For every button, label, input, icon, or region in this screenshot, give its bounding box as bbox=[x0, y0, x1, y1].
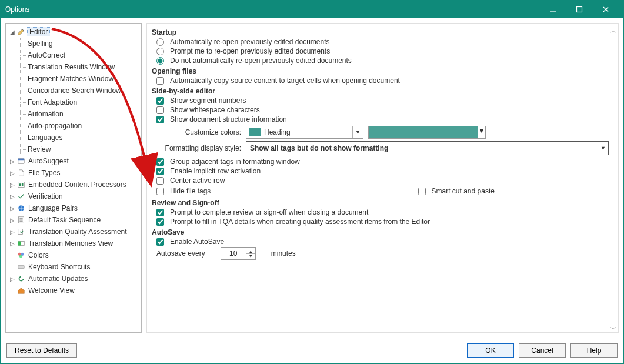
checkbox-show-doc-structure[interactable] bbox=[156, 116, 164, 123]
section-side-by-side: Side-by-side editor bbox=[152, 87, 609, 95]
checkbox-smart-cut-paste[interactable] bbox=[418, 188, 426, 195]
color-value-combo[interactable]: ▼ bbox=[368, 126, 486, 139]
tree-item-tm-view[interactable]: ▷ Translation Memories View bbox=[7, 238, 140, 249]
label[interactable]: Group adjacent tags in formatting window bbox=[170, 158, 300, 166]
autosave-spinner[interactable]: 10 ▲ ▼ bbox=[221, 247, 256, 260]
label[interactable]: Do not automatically re-open previously … bbox=[170, 56, 352, 65]
filetypes-icon bbox=[16, 168, 26, 178]
svg-rect-6 bbox=[18, 182, 25, 188]
customize-colors-combo[interactable]: Heading ▼ bbox=[246, 126, 363, 139]
section-opening-files: Opening files bbox=[152, 67, 609, 75]
tree-item-spelling[interactable]: Spelling bbox=[21, 38, 140, 49]
scroll-up-icon[interactable]: ︿ bbox=[610, 26, 616, 32]
chevron-down-icon[interactable]: ▼ bbox=[598, 142, 608, 155]
autosave-every-label: Autosave every bbox=[156, 249, 205, 258]
chevron-down-icon[interactable]: ▼ bbox=[352, 126, 363, 138]
window-title: Options bbox=[5, 5, 539, 14]
tree-item-autosuggest[interactable]: ▷ AutoSuggest bbox=[7, 155, 140, 167]
label[interactable]: Automatically re-open previously edited … bbox=[170, 38, 329, 46]
checkbox-show-whitespace[interactable] bbox=[156, 106, 164, 114]
tree-item-review[interactable]: Review bbox=[21, 143, 140, 155]
welcome-icon bbox=[16, 286, 26, 295]
tree-item-auto-propagation[interactable]: Auto-propagation bbox=[21, 120, 140, 132]
combo-value: Heading bbox=[261, 128, 352, 136]
radio-auto-reopen[interactable] bbox=[156, 38, 164, 46]
expand-icon[interactable]: ▷ bbox=[8, 241, 16, 247]
expand-icon[interactable]: ▷ bbox=[8, 205, 16, 212]
checkbox-prompt-tqa[interactable] bbox=[156, 218, 164, 226]
checkbox-prompt-complete-review[interactable] bbox=[156, 209, 164, 216]
collapse-icon[interactable]: ◢ bbox=[8, 29, 16, 35]
label[interactable]: Prompt me to re-open previously edited d… bbox=[170, 47, 330, 55]
label[interactable]: Prompt to complete review or sign-off wh… bbox=[170, 208, 368, 216]
svg-rect-7 bbox=[19, 183, 21, 186]
label[interactable]: Enable implicit row activation bbox=[170, 167, 261, 175]
help-button[interactable]: Help bbox=[570, 343, 618, 358]
tree-item-translation-results-window[interactable]: Translation Results Window bbox=[21, 61, 140, 73]
expand-icon[interactable]: ▷ bbox=[8, 170, 16, 176]
scroll-down-icon[interactable]: ﹀ bbox=[610, 324, 616, 330]
expand-icon[interactable]: ▷ bbox=[8, 276, 16, 282]
cancel-button[interactable]: Cancel bbox=[519, 343, 566, 358]
label[interactable]: Center active row bbox=[170, 176, 225, 185]
radio-prompt-reopen[interactable] bbox=[156, 48, 164, 55]
autosave-unit-label: minutes bbox=[271, 249, 296, 258]
tree-item-editor[interactable]: ◢ Editor bbox=[7, 26, 140, 38]
options-tree[interactable]: ◢ Editor Spelling AutoCorrect Translatio… bbox=[5, 23, 142, 333]
tree-item-concordance-search-window[interactable]: Concordance Search Window bbox=[21, 85, 140, 96]
label[interactable]: Hide file tags bbox=[170, 187, 211, 195]
tree-item-autocorrect[interactable]: AutoCorrect bbox=[21, 49, 140, 61]
checkbox-hide-file-tags[interactable] bbox=[156, 188, 164, 195]
tree-item-languages[interactable]: Languages bbox=[21, 132, 140, 143]
label[interactable]: Prompt to fill in TQA details when creat… bbox=[170, 218, 430, 226]
expand-icon[interactable]: ▷ bbox=[8, 193, 16, 200]
checkbox-auto-copy-source[interactable] bbox=[156, 77, 164, 85]
formatting-display-combo[interactable]: Show all tags but do not show formatting… bbox=[246, 141, 609, 155]
spinner-down-icon[interactable]: ▼ bbox=[246, 254, 255, 258]
tree-item-automation[interactable]: Automation bbox=[21, 108, 140, 120]
tree-item-language-pairs[interactable]: ▷ Language Pairs bbox=[7, 202, 140, 214]
svg-rect-1 bbox=[576, 7, 582, 12]
label[interactable]: Enable AutoSave bbox=[170, 238, 224, 246]
chevron-down-icon[interactable]: ▼ bbox=[478, 126, 485, 138]
label[interactable]: Show document structure information bbox=[170, 115, 287, 123]
tree-item-welcome-view[interactable]: ▷ Welcome View bbox=[7, 285, 140, 296]
checkbox-enable-implicit-row[interactable] bbox=[156, 168, 164, 175]
tree-item-keyboard-shortcuts[interactable]: ▷ Keyboard Shortcuts bbox=[7, 261, 140, 273]
tree-item-tqa[interactable]: ▷ Translation Quality Assessment bbox=[7, 226, 140, 238]
tree-item-embedded-content[interactable]: ▷ Embedded Content Processors bbox=[7, 179, 140, 191]
label[interactable]: Show whitespace characters bbox=[170, 106, 260, 114]
reset-defaults-button[interactable]: Reset to Defaults bbox=[6, 343, 77, 358]
spinner-up-icon[interactable]: ▲ bbox=[246, 249, 255, 254]
checkbox-center-active-row[interactable] bbox=[156, 177, 164, 185]
label[interactable]: Smart cut and paste bbox=[432, 187, 495, 195]
tree-item-colors[interactable]: ▷ Colors bbox=[7, 249, 140, 261]
tree-item-default-task-sequence[interactable]: ▷ Default Task Sequence bbox=[7, 214, 140, 226]
embedded-icon bbox=[16, 180, 26, 189]
expand-icon[interactable]: ▷ bbox=[8, 158, 16, 165]
langpairs-icon bbox=[16, 203, 26, 213]
tree-item-label: Editor bbox=[27, 27, 50, 36]
tree-item-automatic-updates[interactable]: ▷ Automatic Updates bbox=[7, 273, 140, 285]
tree-item-file-types[interactable]: ▷ File Types bbox=[7, 167, 140, 179]
maximize-button[interactable] bbox=[566, 1, 592, 18]
checkbox-group-adjacent[interactable] bbox=[156, 158, 164, 166]
minimize-button[interactable] bbox=[539, 1, 566, 18]
titlebar: Options bbox=[1, 1, 623, 18]
tree-item-verification[interactable]: ▷ Verification bbox=[7, 191, 140, 202]
svg-rect-16 bbox=[18, 242, 21, 246]
label[interactable]: Show segment numbers bbox=[170, 96, 246, 105]
tree-item-fragment-matches-window[interactable]: Fragment Matches Window bbox=[21, 73, 140, 85]
tree-item-font-adaptation[interactable]: Font Adaptation bbox=[21, 96, 140, 108]
expand-icon[interactable]: ▷ bbox=[8, 182, 16, 188]
svg-rect-20 bbox=[18, 265, 25, 268]
close-button[interactable] bbox=[592, 1, 619, 18]
label[interactable]: Automatically copy source content to tar… bbox=[170, 76, 400, 85]
ok-button[interactable]: OK bbox=[467, 343, 514, 358]
expand-icon[interactable]: ▷ bbox=[8, 217, 16, 223]
checkbox-enable-autosave[interactable] bbox=[156, 238, 164, 246]
expand-icon[interactable]: ▷ bbox=[8, 229, 16, 235]
checkbox-show-segment-numbers[interactable] bbox=[156, 97, 164, 105]
radio-no-reopen[interactable] bbox=[156, 57, 164, 65]
section-startup: Startup bbox=[152, 28, 609, 36]
